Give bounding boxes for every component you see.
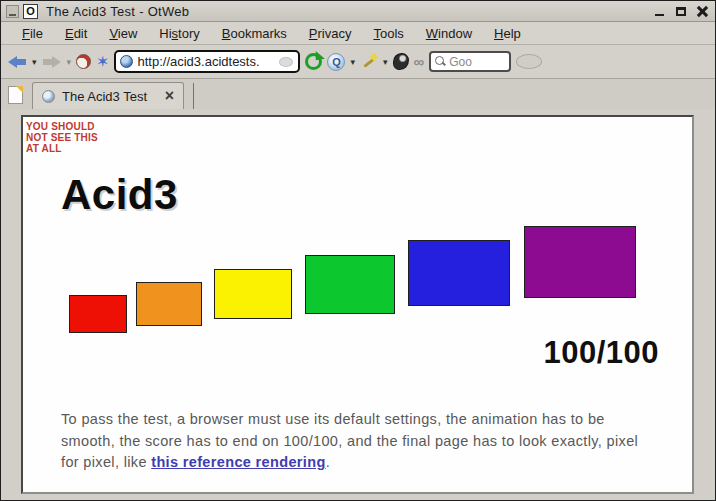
rect-orange: [136, 282, 202, 326]
chevron-down-icon: ▾: [383, 57, 388, 67]
rect-purple: [524, 226, 636, 298]
menu-item-history[interactable]: History: [148, 23, 210, 44]
viewport-frame: YOU SHOULD NOT SEE THIS AT ALL Acid3 100…: [1, 109, 715, 501]
chevron-down-icon: ▾: [350, 57, 355, 67]
go-button[interactable]: [305, 49, 322, 75]
paragraph-period: .: [326, 454, 330, 470]
app-logo-icon: O: [23, 4, 38, 19]
menu-item-window[interactable]: Window: [415, 23, 483, 44]
address-bar-badge: [279, 57, 293, 67]
tab-acid3[interactable]: The Acid3 Test ×: [32, 82, 184, 109]
menu-item-privacy[interactable]: Privacy: [298, 23, 363, 44]
titlebar: O The Acid3 Test - OtWeb: [1, 1, 715, 22]
minimize-icon: [655, 14, 664, 16]
menu-item-help[interactable]: Help: [483, 23, 532, 44]
tab-bar: The Acid3 Test ×: [1, 79, 715, 109]
toolbar: ▾ ▾ ✶ Q ▾ ▾ ∞: [1, 45, 715, 79]
url-input[interactable]: [137, 54, 275, 69]
forward-button[interactable]: [42, 49, 62, 75]
tab-favicon-icon: [42, 90, 55, 103]
reload-button[interactable]: [76, 49, 91, 75]
menu-item-view[interactable]: View: [98, 23, 148, 44]
menubar: FileEditViewHistoryBookmarksPrivacyTools…: [1, 22, 715, 45]
reload-icon: [76, 54, 91, 69]
search-box[interactable]: [429, 51, 511, 72]
maximize-button[interactable]: [672, 4, 689, 19]
go-refresh-icon: [305, 53, 322, 70]
mascot-icon: [393, 53, 409, 70]
wand-dropdown[interactable]: ▾: [383, 49, 388, 75]
acid3-page: YOU SHOULD NOT SEE THIS AT ALL Acid3 100…: [21, 115, 694, 494]
menu-item-tools[interactable]: Tools: [362, 23, 414, 44]
test-description: To pass the test, a browser must use its…: [61, 409, 655, 474]
hidden-warning-text: YOU SHOULD NOT SEE THIS AT ALL: [26, 121, 98, 154]
chevron-down-icon: ▾: [67, 57, 72, 67]
rect-red: [69, 295, 127, 333]
close-button[interactable]: [693, 4, 710, 19]
reference-rendering-link[interactable]: this reference rendering: [151, 454, 325, 470]
tab-close-icon[interactable]: ×: [165, 89, 174, 103]
page-title: Acid3: [61, 171, 178, 219]
chevron-down-icon: ▾: [32, 57, 37, 67]
close-icon: [696, 6, 707, 17]
paragraph-text: To pass the test, a browser must use its…: [61, 411, 638, 470]
menu-item-file[interactable]: File: [11, 23, 54, 44]
magic-wand-icon: [360, 53, 378, 71]
star-icon: ✶: [96, 54, 109, 70]
maximize-icon: [676, 7, 686, 16]
address-bar[interactable]: [114, 50, 300, 73]
mascot-button[interactable]: [393, 49, 409, 75]
browser-window: O The Acid3 Test - OtWeb FileEditViewHis…: [0, 0, 716, 501]
app-quick-button[interactable]: Q: [327, 49, 345, 75]
menu-item-edit[interactable]: Edit: [54, 23, 98, 44]
rect-blue: [408, 240, 510, 306]
menu-item-bookmarks[interactable]: Bookmarks: [211, 23, 298, 44]
window-menu-button[interactable]: [6, 5, 19, 18]
search-icon: [435, 56, 446, 67]
search-go-button[interactable]: [516, 54, 542, 69]
wand-button[interactable]: [360, 49, 378, 75]
window-title: The Acid3 Test - OtWeb: [46, 4, 189, 19]
tab-divider: [193, 83, 194, 109]
back-icon: [7, 56, 27, 68]
forward-icon: [42, 56, 62, 68]
minimize-button[interactable]: [651, 4, 668, 19]
forward-history-dropdown[interactable]: ▾: [67, 49, 72, 75]
rect-green: [305, 255, 395, 314]
loop-button[interactable]: ∞: [414, 49, 425, 75]
new-tab-page-icon[interactable]: [8, 86, 23, 104]
back-button[interactable]: [7, 49, 27, 75]
globe-icon: [120, 55, 133, 68]
tab-label: The Acid3 Test: [62, 89, 158, 104]
rect-yellow: [214, 269, 292, 319]
back-history-dropdown[interactable]: ▾: [32, 49, 37, 75]
swirl-icon: ∞: [414, 54, 425, 69]
qi-app-icon: Q: [327, 53, 345, 71]
score-text: 100/100: [543, 335, 659, 371]
bookmark-star-button[interactable]: ✶: [96, 49, 109, 75]
search-input[interactable]: [449, 55, 503, 69]
app-quick-dropdown[interactable]: ▾: [350, 49, 355, 75]
